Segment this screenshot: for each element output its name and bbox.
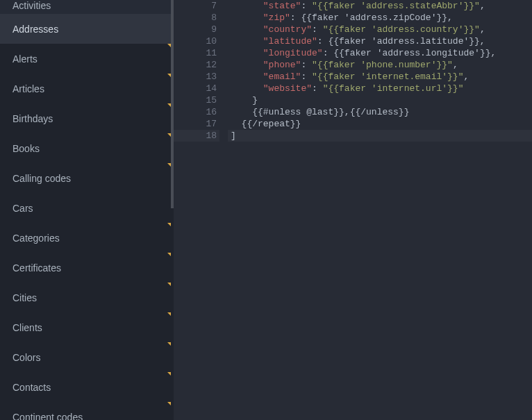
sidebar-item-articles[interactable]: Articles [0, 74, 174, 103]
sidebar-item-label: Clients [13, 322, 42, 333]
code-line[interactable]: "country": "{{faker 'address.country'}}"… [228, 24, 532, 35]
code-line[interactable]: {{/repeat}} [228, 118, 532, 130]
line-number: 18 [174, 130, 219, 142]
line-number: 8 [174, 12, 219, 24]
sidebar-item-label: Categories [13, 233, 60, 244]
sidebar-item-label: Cities [13, 292, 37, 303]
code-line[interactable]: "longitude": {{faker 'address.longitude'… [228, 47, 532, 59]
line-number: 7 [174, 0, 219, 12]
sidebar-item-activities[interactable]: Activities [0, 0, 174, 14]
sidebar-scrollbar[interactable] [171, 0, 174, 420]
code-line[interactable]: "zip": {{faker 'address.zipCode'}}, [228, 12, 532, 24]
code-line[interactable]: } [228, 94, 532, 106]
line-number: 16 [174, 106, 219, 118]
sidebar-item-label: Contacts [13, 382, 51, 393]
code-line[interactable]: "state": "{{faker 'address.stateAbbr'}}"… [228, 0, 532, 12]
code-line[interactable]: "website": "{{faker 'internet.url'}}" [228, 83, 532, 94]
code-line[interactable]: {{#unless @last}},{{/unless}} [228, 106, 532, 118]
sidebar-item-label: Activities [13, 0, 51, 11]
sidebar-item-alerts[interactable]: Alerts [0, 44, 174, 74]
line-number: 11 [174, 47, 219, 59]
line-number: 9 [174, 24, 219, 35]
sidebar-item-colors[interactable]: Colors [0, 342, 174, 372]
sidebar-item-label: Continent codes [13, 412, 83, 421]
sidebar-item-addresses[interactable]: Addresses [0, 14, 174, 44]
line-number: 12 [174, 59, 219, 71]
sidebar-item-birthdays[interactable]: Birthdays [0, 103, 174, 133]
sidebar-item-label: Alerts [13, 53, 38, 65]
sidebar-item-label: Calling codes [13, 173, 71, 184]
code-area[interactable]: "state": "{{faker 'address.stateAbbr'}}"… [228, 0, 532, 420]
line-number: 15 [174, 94, 219, 106]
code-line[interactable]: "phone": "{{faker 'phone.number'}}", [228, 59, 532, 71]
code-editor[interactable]: 789101112131415161718 "state": "{{faker … [174, 0, 532, 420]
code-line[interactable]: "latitude": {{faker 'address.latitude'}}… [228, 35, 532, 47]
sidebar-item-cities[interactable]: Cities [0, 283, 174, 312]
sidebar-item-clients[interactable]: Clients [0, 312, 174, 342]
sidebar-item-label: Books [13, 143, 40, 154]
sidebar-item-label: Colors [13, 352, 40, 363]
sidebar-item-contacts[interactable]: Contacts [0, 372, 174, 402]
sidebar-item-continent-codes[interactable]: Continent codes [0, 402, 174, 420]
sidebar-item-categories[interactable]: Categories [0, 223, 174, 253]
code-line[interactable]: ] [228, 130, 532, 142]
sidebar-item-label: Addresses [13, 24, 58, 35]
sidebar-item-cars[interactable]: Cars [0, 193, 174, 223]
sidebar-item-label: Certificates [13, 262, 61, 274]
line-number-gutter: 789101112131415161718 [174, 0, 228, 420]
sidebar-item-label: Birthdays [13, 113, 53, 124]
sidebar: ActivitiesAddressesAlertsArticlesBirthda… [0, 0, 174, 420]
sidebar-scrollbar-thumb[interactable] [171, 0, 174, 208]
line-number: 14 [174, 83, 219, 94]
line-number: 13 [174, 71, 219, 83]
sidebar-item-label: Cars [13, 203, 33, 214]
code-line[interactable]: "email": "{{faker 'internet.email'}}", [228, 71, 532, 83]
sidebar-item-books[interactable]: Books [0, 133, 174, 163]
sidebar-item-label: Articles [13, 83, 44, 94]
sidebar-item-certificates[interactable]: Certificates [0, 253, 174, 283]
line-number: 17 [174, 118, 219, 130]
line-number: 10 [174, 35, 219, 47]
sidebar-item-calling-codes[interactable]: Calling codes [0, 163, 174, 193]
